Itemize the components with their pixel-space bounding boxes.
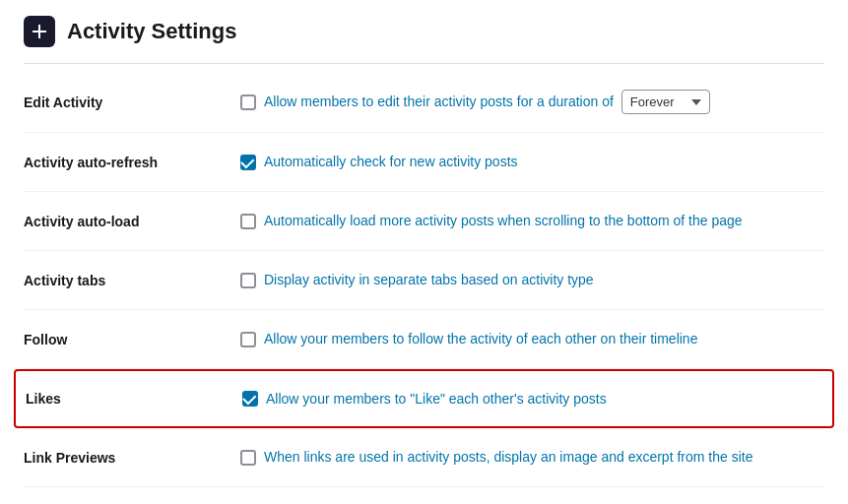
follow-checkbox[interactable] <box>240 332 256 347</box>
likes-content: Allow your members to "Like" each other'… <box>242 389 822 410</box>
header-icon <box>24 16 55 47</box>
page-header: Activity Settings <box>24 16 824 64</box>
page-container: Activity Settings Edit Activity Allow me… <box>0 0 848 503</box>
activity-auto-refresh-content: Automatically check for new activity pos… <box>240 152 824 172</box>
edit-activity-content: Allow members to edit their activity pos… <box>240 90 824 114</box>
edit-activity-row: Edit Activity Allow members to edit thei… <box>24 72 824 133</box>
page-title: Activity Settings <box>67 19 236 44</box>
activity-auto-load-label: Activity auto-load <box>24 214 240 229</box>
activity-auto-load-description: Automatically load more activity posts w… <box>264 211 743 231</box>
activity-tabs-label: Activity tabs <box>24 273 240 288</box>
svg-rect-1 <box>38 25 40 38</box>
link-previews-content: When links are used in activity posts, d… <box>240 447 824 468</box>
activity-tabs-description: Display activity in separate tabs based … <box>264 270 594 290</box>
activity-auto-load-row: Activity auto-load Automatically load mo… <box>24 192 824 251</box>
activity-auto-load-content: Automatically load more activity posts w… <box>240 211 824 231</box>
likes-description: Allow your members to "Like" each other'… <box>266 389 607 410</box>
likes-checkbox[interactable] <box>242 391 258 407</box>
activity-auto-load-checkbox[interactable] <box>240 214 256 229</box>
follow-content: Allow your members to follow the activit… <box>240 329 824 349</box>
activity-auto-refresh-row: Activity auto-refresh Automatically chec… <box>24 133 824 192</box>
edit-activity-label: Edit Activity <box>24 94 240 110</box>
activity-tabs-checkbox[interactable] <box>240 273 256 288</box>
follow-row: Follow Allow your members to follow the … <box>24 310 824 369</box>
duration-dropdown[interactable]: Forever 1 hour 6 hours 24 hours 3 days 7… <box>621 90 710 114</box>
link-previews-description: When links are used in activity posts, d… <box>264 447 752 468</box>
settings-list: Edit Activity Allow members to edit thei… <box>24 72 824 487</box>
activity-auto-refresh-description: Automatically check for new activity pos… <box>264 152 518 172</box>
activity-tabs-row: Activity tabs Display activity in separa… <box>24 251 824 310</box>
likes-label: Likes <box>26 391 242 407</box>
edit-activity-checkbox[interactable] <box>240 94 256 110</box>
follow-description: Allow your members to follow the activit… <box>264 329 697 349</box>
link-previews-checkbox[interactable] <box>240 450 256 466</box>
activity-auto-refresh-checkbox[interactable] <box>240 155 256 170</box>
link-previews-label: Link Previews <box>24 450 240 466</box>
activity-tabs-content: Display activity in separate tabs based … <box>240 270 824 290</box>
activity-auto-refresh-label: Activity auto-refresh <box>24 155 240 170</box>
likes-row: Likes Allow your members to "Like" each … <box>14 369 834 428</box>
follow-label: Follow <box>24 332 240 347</box>
edit-activity-description: Allow members to edit their activity pos… <box>264 92 614 112</box>
link-previews-row: Link Previews When links are used in act… <box>24 428 824 487</box>
